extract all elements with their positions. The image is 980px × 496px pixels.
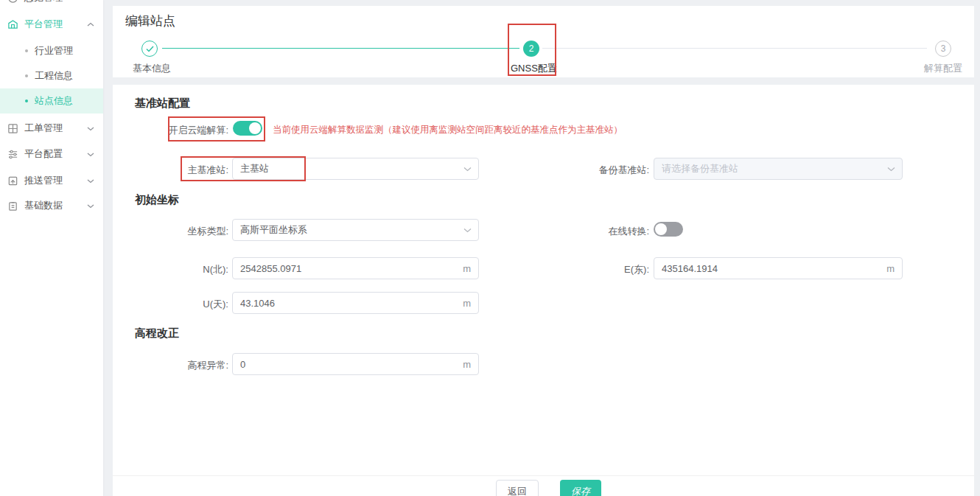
sidebar-item-label: 行业管理 bbox=[35, 44, 73, 57]
n-label: N(北): bbox=[203, 263, 228, 276]
step3-circle: 3 bbox=[935, 41, 951, 57]
step-connector-2 bbox=[542, 48, 927, 49]
u-unit: m bbox=[463, 298, 471, 309]
sidebar-item-label: 总览管理 bbox=[24, 0, 63, 4]
section-title-init-coord: 初始坐标 bbox=[135, 193, 179, 207]
section-title-base-station: 基准站配置 bbox=[135, 97, 190, 111]
check-icon bbox=[146, 46, 154, 52]
e-input[interactable] bbox=[654, 263, 886, 274]
work-order-icon bbox=[7, 123, 18, 134]
cloud-solve-label: 开启云端解算: bbox=[168, 124, 228, 137]
chevron-down-icon bbox=[87, 152, 94, 157]
bullet-icon bbox=[25, 74, 28, 77]
chevron-down-icon bbox=[87, 203, 94, 209]
step3-number: 3 bbox=[941, 43, 946, 54]
bullet-icon bbox=[25, 49, 28, 52]
step2-label: GNSS配置 bbox=[511, 62, 557, 75]
sidebar-item-platform-config[interactable]: 平台配置 bbox=[0, 144, 103, 164]
chevron-down-icon bbox=[463, 167, 472, 172]
bullet-icon bbox=[25, 99, 28, 102]
overview-icon bbox=[7, 0, 18, 4]
sidebar: 总览管理 平台管理 行业管理 工程信息 站点信息 工单管理 平台配置 推送管理 … bbox=[0, 0, 103, 496]
backup-base-placeholder: 请选择备份基准站 bbox=[654, 162, 887, 175]
sidebar-item-platform-mgmt[interactable]: 平台管理 bbox=[0, 15, 103, 34]
main-base-select[interactable]: 主基站 bbox=[232, 158, 479, 180]
sidebar-item-label: 基础数据 bbox=[24, 199, 63, 212]
sliders-icon bbox=[7, 149, 18, 160]
chevron-down-icon bbox=[463, 228, 472, 233]
backup-base-select[interactable]: 请选择备份基准站 bbox=[654, 158, 903, 180]
save-button[interactable]: 保存 bbox=[560, 480, 601, 496]
elev-input-wrap: m bbox=[232, 353, 479, 375]
sidebar-item-label: 站点信息 bbox=[35, 94, 73, 108]
chevron-down-icon bbox=[87, 178, 94, 184]
page-title: 编辑站点 bbox=[125, 13, 175, 29]
sidebar-item-label: 工程信息 bbox=[35, 69, 73, 83]
u-input[interactable] bbox=[233, 298, 463, 309]
sidebar-item-label: 平台配置 bbox=[24, 147, 63, 161]
e-input-wrap: m bbox=[654, 257, 903, 279]
cloud-solve-hint: 当前使用云端解算数据监测（建议使用离监测站空间距离较近的基准点作为主基准站） bbox=[273, 124, 623, 136]
clipboard-icon bbox=[7, 200, 18, 212]
sidebar-item-label: 推送管理 bbox=[24, 174, 63, 187]
chevron-up-icon bbox=[87, 22, 94, 27]
e-label: E(东): bbox=[624, 263, 649, 276]
chevron-down-icon bbox=[887, 167, 895, 172]
platform-icon bbox=[7, 19, 18, 30]
chevron-down-icon bbox=[87, 126, 94, 131]
page-header: 编辑站点 基本信息 2 GNSS配置 3 解算配置 bbox=[113, 6, 974, 77]
elev-input[interactable] bbox=[233, 359, 463, 370]
toggle-knob bbox=[249, 122, 261, 134]
toggle-knob bbox=[655, 223, 667, 235]
section-title-elevation: 高程改正 bbox=[135, 326, 179, 340]
u-input-wrap: m bbox=[232, 292, 479, 314]
coord-type-value: 高斯平面坐标系 bbox=[233, 223, 463, 237]
step1-label: 基本信息 bbox=[133, 62, 171, 75]
sidebar-item-site-info[interactable]: 站点信息 bbox=[0, 88, 103, 113]
n-input[interactable] bbox=[233, 263, 463, 274]
step1-circle bbox=[141, 41, 158, 57]
online-convert-toggle[interactable] bbox=[654, 222, 683, 237]
sidebar-item-project-info[interactable]: 工程信息 bbox=[0, 66, 103, 85]
main-base-value: 主基站 bbox=[233, 162, 463, 175]
push-icon bbox=[7, 175, 18, 186]
coord-type-label: 坐标类型: bbox=[187, 225, 228, 238]
online-convert-label: 在线转换: bbox=[608, 225, 649, 238]
backup-base-label: 备份基准站: bbox=[598, 164, 649, 177]
cloud-solve-toggle[interactable] bbox=[233, 121, 262, 136]
step3-label: 解算配置 bbox=[924, 62, 962, 75]
n-input-wrap: m bbox=[232, 257, 479, 279]
back-button[interactable]: 返回 bbox=[496, 480, 539, 496]
elev-unit: m bbox=[463, 359, 471, 370]
step-connector-1 bbox=[162, 48, 519, 49]
footer-divider bbox=[113, 475, 974, 476]
sidebar-item-label: 平台管理 bbox=[24, 18, 63, 31]
sidebar-item-overview[interactable]: 总览管理 bbox=[0, 0, 103, 7]
step2-circle: 2 bbox=[523, 41, 539, 57]
sidebar-item-push-mgmt[interactable]: 推送管理 bbox=[0, 171, 103, 190]
coord-type-select[interactable]: 高斯平面坐标系 bbox=[232, 219, 479, 241]
sidebar-item-industry-mgmt[interactable]: 行业管理 bbox=[0, 41, 103, 60]
step2-number: 2 bbox=[529, 43, 534, 54]
gnss-config-form: 基准站配置 开启云端解算: 当前使用云端解算数据监测（建议使用离监测站空间距离较… bbox=[113, 85, 974, 496]
sidebar-item-base-data[interactable]: 基础数据 bbox=[0, 196, 103, 215]
n-unit: m bbox=[463, 263, 471, 274]
app-root: { "sidebar": { "partial_item": "总览管理", "… bbox=[0, 0, 980, 496]
sidebar-item-work-order[interactable]: 工单管理 bbox=[0, 119, 103, 138]
e-unit: m bbox=[886, 263, 895, 274]
sidebar-item-label: 工单管理 bbox=[24, 122, 63, 135]
u-label: U(天): bbox=[203, 298, 228, 311]
elev-label: 高程异常: bbox=[187, 359, 228, 372]
main-base-label: 主基准站: bbox=[187, 164, 228, 177]
